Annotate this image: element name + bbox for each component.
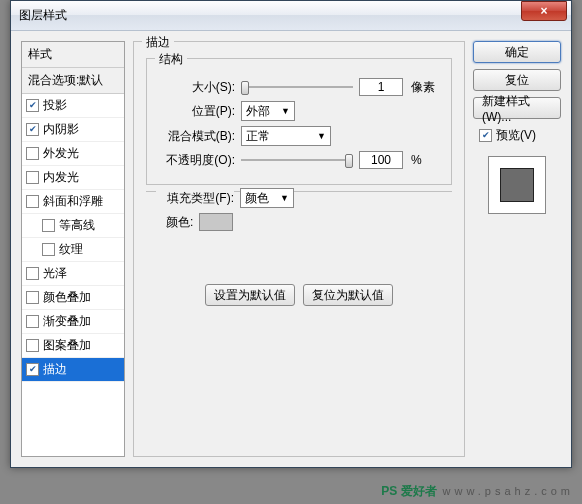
sidebar-item-label: 斜面和浮雕 bbox=[43, 193, 103, 210]
opacity-input[interactable]: 100 bbox=[359, 151, 403, 169]
sidebar-item-label: 渐变叠加 bbox=[43, 313, 91, 330]
position-select[interactable]: 外部 ▼ bbox=[241, 101, 295, 121]
sidebar-item[interactable]: 渐变叠加 bbox=[22, 310, 124, 334]
new-style-button[interactable]: 新建样式(W)... bbox=[473, 97, 561, 119]
opacity-row: 不透明度(O): 100 % bbox=[157, 151, 441, 169]
preview-checkbox[interactable] bbox=[479, 129, 492, 142]
style-checkbox[interactable] bbox=[26, 291, 39, 304]
sidebar-item[interactable]: 等高线 bbox=[22, 214, 124, 238]
sidebar-item-label: 等高线 bbox=[59, 217, 95, 234]
preview-thumbnail bbox=[500, 168, 534, 202]
panel-title: 描边 bbox=[142, 34, 174, 51]
sidebar-item[interactable]: 纹理 bbox=[22, 238, 124, 262]
sidebar-item[interactable]: 描边 bbox=[22, 358, 124, 382]
watermark-url: www.psahz.com bbox=[443, 485, 574, 497]
style-checkbox[interactable] bbox=[26, 339, 39, 352]
sidebar-item-label: 外发光 bbox=[43, 145, 79, 162]
set-default-button[interactable]: 设置为默认值 bbox=[205, 284, 295, 306]
dialog-body: 样式 混合选项:默认 投影内阴影外发光内发光斜面和浮雕等高线纹理光泽颜色叠加渐变… bbox=[11, 31, 571, 467]
slider-thumb[interactable] bbox=[241, 81, 249, 95]
opacity-slider[interactable] bbox=[241, 151, 353, 169]
opacity-label: 不透明度(O): bbox=[157, 152, 235, 169]
chevron-down-icon: ▼ bbox=[281, 106, 290, 116]
sidebar-item-label: 纹理 bbox=[59, 241, 83, 258]
filltype-select[interactable]: 颜色 ▼ bbox=[240, 188, 294, 208]
style-checkbox[interactable] bbox=[26, 315, 39, 328]
position-row: 位置(P): 外部 ▼ bbox=[157, 101, 441, 121]
reset-default-button[interactable]: 复位为默认值 bbox=[303, 284, 393, 306]
preview-toggle[interactable]: 预览(V) bbox=[473, 127, 561, 144]
settings-panel: 描边 结构 大小(S): 1 像素 位置(P): bbox=[133, 41, 465, 457]
sidebar-item-label: 内发光 bbox=[43, 169, 79, 186]
structure-title: 结构 bbox=[155, 51, 187, 68]
close-button[interactable]: × bbox=[521, 1, 567, 21]
blendmode-label: 混合模式(B): bbox=[157, 128, 235, 145]
sidebar-item-label: 图案叠加 bbox=[43, 337, 91, 354]
style-checkbox[interactable] bbox=[42, 243, 55, 256]
fill-group: 填充类型(F): 颜色 ▼ 颜色: bbox=[146, 191, 452, 276]
color-row: 颜色: bbox=[156, 213, 442, 231]
style-checkbox[interactable] bbox=[26, 147, 39, 160]
size-slider[interactable] bbox=[241, 78, 353, 96]
style-checkbox[interactable] bbox=[42, 219, 55, 232]
size-row: 大小(S): 1 像素 bbox=[157, 78, 441, 96]
sidebar-item[interactable]: 颜色叠加 bbox=[22, 286, 124, 310]
sidebar-item[interactable]: 外发光 bbox=[22, 142, 124, 166]
position-value: 外部 bbox=[246, 103, 270, 120]
sidebar-item-label: 光泽 bbox=[43, 265, 67, 282]
titlebar: 图层样式 × bbox=[11, 1, 571, 31]
filltype-value: 颜色 bbox=[245, 190, 269, 207]
size-label: 大小(S): bbox=[157, 79, 235, 96]
color-swatch[interactable] bbox=[199, 213, 233, 231]
blendmode-value: 正常 bbox=[246, 128, 270, 145]
sidebar-item-label: 描边 bbox=[43, 361, 67, 378]
color-label: 颜色: bbox=[166, 214, 193, 231]
cancel-button[interactable]: 复位 bbox=[473, 69, 561, 91]
sidebar-item[interactable]: 内阴影 bbox=[22, 118, 124, 142]
chevron-down-icon: ▼ bbox=[317, 131, 326, 141]
preview-box bbox=[488, 156, 546, 214]
right-column: 确定 复位 新建样式(W)... 预览(V) bbox=[473, 41, 561, 457]
chevron-down-icon: ▼ bbox=[280, 193, 289, 203]
style-list: 投影内阴影外发光内发光斜面和浮雕等高线纹理光泽颜色叠加渐变叠加图案叠加描边 bbox=[22, 94, 124, 382]
structure-group: 结构 大小(S): 1 像素 位置(P): 外部 bbox=[146, 58, 452, 185]
style-checkbox[interactable] bbox=[26, 99, 39, 112]
sidebar-item[interactable]: 图案叠加 bbox=[22, 334, 124, 358]
default-buttons-row: 设置为默认值 复位为默认值 bbox=[146, 284, 452, 306]
slider-track bbox=[241, 159, 353, 161]
watermark-logo: PS 爱好者 bbox=[381, 483, 436, 500]
styles-sidebar: 样式 混合选项:默认 投影内阴影外发光内发光斜面和浮雕等高线纹理光泽颜色叠加渐变… bbox=[21, 41, 125, 457]
close-icon: × bbox=[540, 4, 547, 18]
style-checkbox[interactable] bbox=[26, 195, 39, 208]
sidebar-item[interactable]: 投影 bbox=[22, 94, 124, 118]
sidebar-item-label: 内阴影 bbox=[43, 121, 79, 138]
sidebar-header: 样式 bbox=[22, 42, 124, 68]
size-input[interactable]: 1 bbox=[359, 78, 403, 96]
ok-button[interactable]: 确定 bbox=[473, 41, 561, 63]
sidebar-item-label: 颜色叠加 bbox=[43, 289, 91, 306]
size-unit: 像素 bbox=[411, 79, 435, 96]
filltype-row: 填充类型(F): 颜色 ▼ bbox=[156, 188, 442, 208]
blendmode-select[interactable]: 正常 ▼ bbox=[241, 126, 331, 146]
style-checkbox[interactable] bbox=[26, 171, 39, 184]
sidebar-item[interactable]: 斜面和浮雕 bbox=[22, 190, 124, 214]
slider-track bbox=[241, 86, 353, 88]
watermark: PS 爱好者 www.psahz.com bbox=[381, 483, 574, 500]
stroke-fieldset: 描边 结构 大小(S): 1 像素 位置(P): bbox=[133, 41, 465, 457]
opacity-unit: % bbox=[411, 153, 422, 167]
blendmode-row: 混合模式(B): 正常 ▼ bbox=[157, 126, 441, 146]
style-checkbox[interactable] bbox=[26, 267, 39, 280]
dialog-window: 图层样式 × 样式 混合选项:默认 投影内阴影外发光内发光斜面和浮雕等高线纹理光… bbox=[10, 0, 572, 468]
slider-thumb[interactable] bbox=[345, 154, 353, 168]
style-checkbox[interactable] bbox=[26, 363, 39, 376]
style-checkbox[interactable] bbox=[26, 123, 39, 136]
position-label: 位置(P): bbox=[157, 103, 235, 120]
sidebar-item[interactable]: 光泽 bbox=[22, 262, 124, 286]
sidebar-item[interactable]: 内发光 bbox=[22, 166, 124, 190]
sidebar-item-label: 投影 bbox=[43, 97, 67, 114]
preview-label: 预览(V) bbox=[496, 127, 536, 144]
window-title: 图层样式 bbox=[19, 7, 67, 24]
blend-options-header[interactable]: 混合选项:默认 bbox=[22, 68, 124, 94]
filltype-label: 填充类型(F): bbox=[156, 190, 234, 207]
